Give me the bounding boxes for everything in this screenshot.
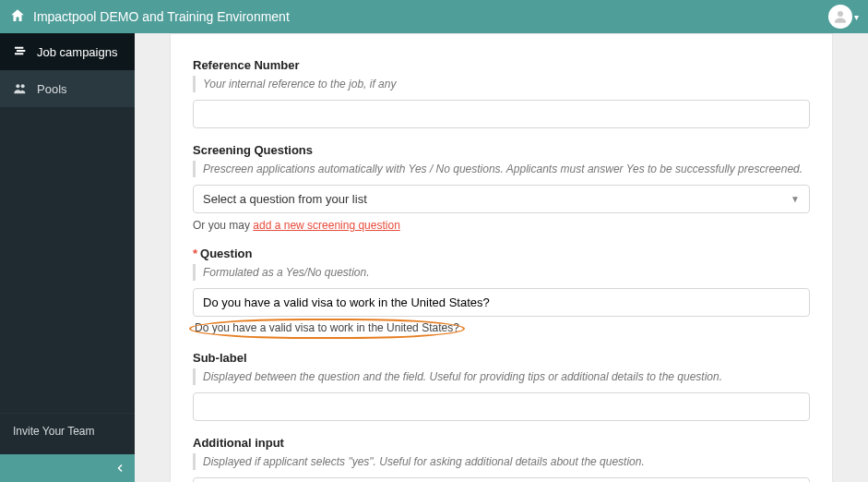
field-label: Sub-label	[193, 351, 810, 365]
sidebar-item-pools[interactable]: Pools	[0, 70, 135, 107]
field-hint: Formulated as a Yes/No question.	[193, 264, 810, 281]
field-screening-questions: Screening Questions Prescreen applicatio…	[193, 143, 810, 232]
sublabel-input[interactable]	[193, 392, 810, 421]
field-hint: Displayed if applicant selects "yes". Us…	[193, 453, 810, 470]
chevron-left-icon	[114, 463, 125, 474]
avatar	[828, 5, 852, 29]
field-label: Reference Number	[193, 58, 810, 72]
workspace-title: Impactpool DEMO and Training Environment	[33, 9, 290, 24]
chevron-down-icon: ▼	[791, 194, 800, 204]
additional-input-input[interactable]	[193, 477, 810, 482]
screening-question-select[interactable]: Select a question from your list ▼	[193, 185, 810, 213]
question-suggestion[interactable]: Do you have a valid visa to work in the …	[193, 321, 461, 336]
field-sublabel: Sub-label Displayed between the question…	[193, 351, 810, 421]
home-icon[interactable]	[9, 7, 26, 27]
invite-team-link[interactable]: Invite Your Team	[0, 413, 135, 449]
required-star-icon: *	[193, 247, 197, 260]
form-panel: Reference Number Your internal reference…	[170, 33, 833, 482]
field-hint: Displayed between the question and the f…	[193, 368, 810, 385]
field-question: *Question Formulated as a Yes/No questio…	[193, 247, 810, 336]
field-label: Additional input	[193, 436, 810, 450]
field-additional-input: Additional input Displayed if applicant …	[193, 436, 810, 482]
people-icon	[13, 81, 28, 96]
field-hint: Prescreen applications automatically wit…	[193, 161, 810, 177]
svg-point-1	[16, 84, 19, 88]
question-input[interactable]	[193, 288, 810, 317]
sidebar-collapse[interactable]	[0, 454, 135, 482]
field-reference-number: Reference Number Your internal reference…	[193, 58, 810, 128]
field-label: *Question	[193, 247, 810, 260]
layers-icon	[13, 44, 28, 59]
field-hint: Your internal reference to the job, if a…	[193, 76, 810, 92]
sidebar-item-label: Job campaigns	[37, 45, 117, 59]
user-menu[interactable]: ▾	[828, 5, 859, 29]
add-screening-question-link[interactable]: add a new screening question	[253, 219, 399, 232]
sidebar: Job campaigns Pools Invite Your Team	[0, 33, 135, 482]
sidebar-item-job-campaigns[interactable]: Job campaigns	[0, 33, 135, 70]
chevron-down-icon: ▾	[854, 12, 859, 22]
main-content: Reference Number Your internal reference…	[135, 33, 868, 482]
topbar: Impactpool DEMO and Training Environment…	[0, 0, 868, 33]
field-label: Screening Questions	[193, 143, 810, 157]
svg-point-0	[838, 11, 843, 17]
svg-point-2	[21, 84, 25, 88]
select-placeholder: Select a question from your list	[203, 192, 367, 206]
sidebar-item-label: Pools	[37, 82, 67, 96]
add-question-note: Or you may add a new screening question	[193, 219, 810, 232]
reference-number-input[interactable]	[193, 100, 810, 128]
